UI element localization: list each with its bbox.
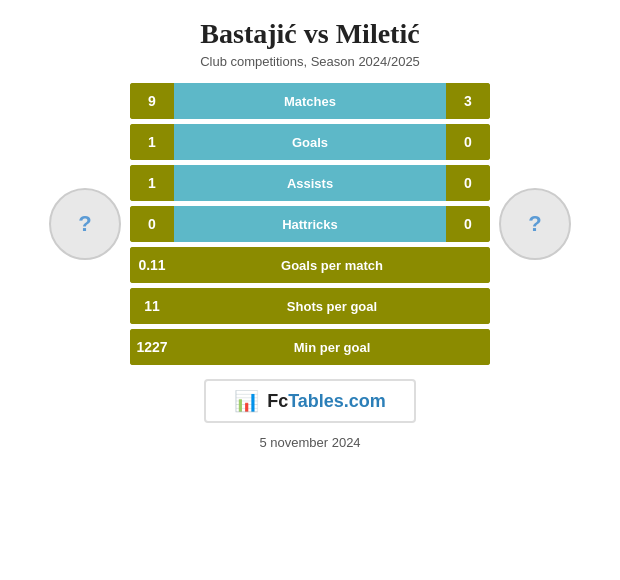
page-container: Bastajić vs Miletić Club competitions, S… xyxy=(0,0,620,580)
logo-text: FcTables.com xyxy=(267,391,386,412)
stat-right-value: 3 xyxy=(446,83,490,119)
stat-row: 9Matches3 xyxy=(130,83,490,119)
stat-label: Assists xyxy=(174,165,446,201)
logo-box: 📊 FcTables.com xyxy=(204,379,416,423)
stat-row: 1Goals0 xyxy=(130,124,490,160)
stat-right-value: 0 xyxy=(446,206,490,242)
avatar-left-icon: ? xyxy=(78,211,91,237)
page-title: Bastajić vs Miletić xyxy=(200,18,419,50)
stat-row: 1227Min per goal xyxy=(130,329,490,365)
player-avatar-right: ? xyxy=(499,188,571,260)
stat-label: Hattricks xyxy=(174,206,446,242)
stat-left-value: 9 xyxy=(130,83,174,119)
stat-label: Min per goal xyxy=(174,329,490,365)
stat-left-value: 1 xyxy=(130,124,174,160)
player-avatar-left: ? xyxy=(49,188,121,260)
stat-left-value: 0.11 xyxy=(130,247,174,283)
stat-row: 1Assists0 xyxy=(130,165,490,201)
stat-label: Goals xyxy=(174,124,446,160)
avatar-right: ? xyxy=(490,114,580,334)
stat-left-value: 1 xyxy=(130,165,174,201)
stat-label: Goals per match xyxy=(174,247,490,283)
stat-left-value: 11 xyxy=(130,288,174,324)
date-label: 5 november 2024 xyxy=(259,435,360,450)
stat-row: 11Shots per goal xyxy=(130,288,490,324)
logo-chart-icon: 📊 xyxy=(234,389,259,413)
avatar-right-icon: ? xyxy=(528,211,541,237)
stat-label: Matches xyxy=(174,83,446,119)
page-subtitle: Club competitions, Season 2024/2025 xyxy=(200,54,420,69)
main-content-row: ? 9Matches31Goals01Assists00Hattricks00.… xyxy=(10,83,610,365)
stat-left-value: 0 xyxy=(130,206,174,242)
stat-right-value: 0 xyxy=(446,165,490,201)
stats-container: 9Matches31Goals01Assists00Hattricks00.11… xyxy=(130,83,490,365)
stat-row: 0.11Goals per match xyxy=(130,247,490,283)
stat-row: 0Hattricks0 xyxy=(130,206,490,242)
stat-left-value: 1227 xyxy=(130,329,174,365)
stat-right-value: 0 xyxy=(446,124,490,160)
stat-label: Shots per goal xyxy=(174,288,490,324)
avatar-left: ? xyxy=(40,114,130,334)
